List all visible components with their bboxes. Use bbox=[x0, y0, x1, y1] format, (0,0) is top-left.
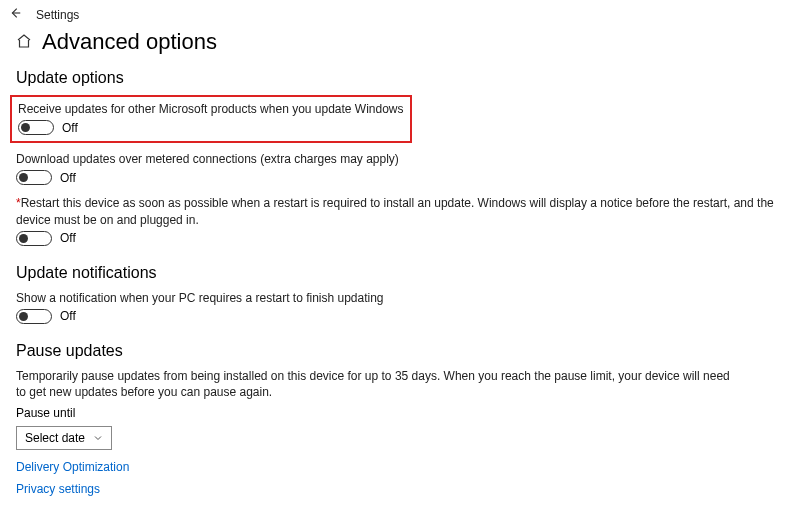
toggle-state-notify-restart: Off bbox=[60, 309, 76, 323]
top-bar: Settings bbox=[0, 0, 800, 27]
arrow-left-icon bbox=[8, 6, 22, 20]
chevron-down-icon bbox=[93, 433, 103, 443]
section-pause-updates: Pause updates Temporarily pause updates … bbox=[0, 334, 800, 496]
toggle-other-products[interactable] bbox=[18, 120, 54, 135]
toggle-state-metered: Off bbox=[60, 171, 76, 185]
section-update-notifications: Update notifications Show a notification… bbox=[0, 256, 800, 324]
heading-pause-updates: Pause updates bbox=[16, 342, 784, 360]
back-button[interactable] bbox=[8, 6, 22, 23]
heading-update-notifications: Update notifications bbox=[16, 264, 784, 282]
pause-description: Temporarily pause updates from being ins… bbox=[16, 368, 736, 400]
option-label-metered: Download updates over metered connection… bbox=[16, 151, 784, 167]
home-icon[interactable] bbox=[16, 33, 32, 52]
option-label-notify-restart: Show a notification when your PC require… bbox=[16, 290, 784, 306]
pause-until-label: Pause until bbox=[16, 406, 784, 420]
page-title-row: Advanced options bbox=[0, 27, 800, 61]
toggle-state-restart-asap: Off bbox=[60, 231, 76, 245]
heading-update-options: Update options bbox=[16, 69, 784, 87]
toggle-metered[interactable] bbox=[16, 170, 52, 185]
option-label-restart-asap: *Restart this device as soon as possible… bbox=[16, 195, 784, 227]
toggle-notify-restart[interactable] bbox=[16, 309, 52, 324]
window-title: Settings bbox=[36, 8, 79, 22]
page-title: Advanced options bbox=[42, 29, 217, 55]
dropdown-value: Select date bbox=[25, 431, 85, 445]
toggle-state-other-products: Off bbox=[62, 121, 78, 135]
pause-until-dropdown[interactable]: Select date bbox=[16, 426, 112, 450]
section-update-options: Update options Receive updates for other… bbox=[0, 61, 800, 246]
option-label-other-products: Receive updates for other Microsoft prod… bbox=[18, 101, 404, 117]
toggle-restart-asap[interactable] bbox=[16, 231, 52, 246]
highlight-box: Receive updates for other Microsoft prod… bbox=[10, 95, 412, 143]
link-privacy-settings[interactable]: Privacy settings bbox=[16, 482, 784, 496]
link-delivery-optimization[interactable]: Delivery Optimization bbox=[16, 460, 784, 474]
